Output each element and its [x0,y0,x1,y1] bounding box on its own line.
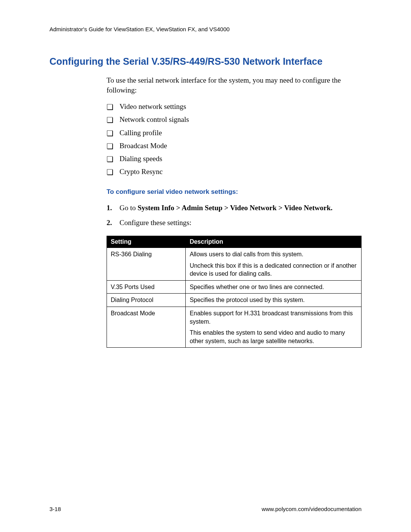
settings-table: Setting Description RS-366 Dialing Allow… [107,236,362,348]
config-checklist: Video network settings Network control s… [107,100,362,178]
checklist-item: Calling profile [107,126,362,139]
page-number: 3-18 [49,506,61,512]
procedure-steps: Go to System Info > Admin Setup > Video … [107,202,362,229]
table-row: V.35 Ports Used Specifies whether one or… [107,280,362,294]
table-row: RS-366 Dialing Allows users to dial call… [107,248,362,281]
intro-paragraph: To use the serial network interface for … [107,75,362,95]
description-paragraph: Uncheck this box if this is a dedicated … [190,262,357,278]
description-paragraph: Specifies whether one or two lines are c… [190,283,357,291]
step-item: Go to System Info > Admin Setup > Video … [107,202,362,214]
description-paragraph: Enables support for H.331 broadcast tran… [190,309,357,326]
table-row: Dialing Protocol Specifies the protocol … [107,294,362,307]
description-cell: Specifies the protocol used by this syst… [186,294,362,307]
setting-cell: Dialing Protocol [107,294,186,307]
description-paragraph: Specifies the protocol used by this syst… [190,296,357,304]
table-header-description: Description [186,236,362,248]
running-header: Administrator's Guide for ViewStation EX… [49,26,362,32]
setting-cell: RS-366 Dialing [107,248,186,281]
checklist-item: Dialing speeds [107,152,362,165]
page: Administrator's Guide for ViewStation EX… [0,0,411,532]
description-cell: Specifies whether one or two lines are c… [186,280,362,294]
checklist-item: Video network settings [107,100,362,113]
step-prefix: Go to [119,204,138,212]
procedure-subheading: To configure serial video network settin… [107,188,362,196]
table-header-row: Setting Description [107,236,362,248]
table-header-setting: Setting [107,236,186,248]
description-paragraph: Allows users to dial calls from this sys… [190,250,357,259]
checklist-item: Crypto Resync [107,165,362,178]
checklist-item: Network control signals [107,113,362,126]
description-cell: Enables support for H.331 broadcast tran… [186,307,362,347]
step-item: Configure these settings: [107,217,362,229]
description-cell: Allows users to dial calls from this sys… [186,248,362,281]
description-paragraph: This enables the system to send video an… [190,329,357,345]
checklist-item: Broadcast Mode [107,139,362,152]
setting-cell: V.35 Ports Used [107,280,186,294]
section-title: Configuring the Serial V.35/RS-449/RS-53… [49,56,362,67]
setting-cell: Broadcast Mode [107,307,186,347]
page-footer: 3-18 www.polycom.com/videodocumentation [49,506,362,512]
body-content: To use the serial network interface for … [107,75,362,348]
table-row: Broadcast Mode Enables support for H.331… [107,307,362,347]
footer-url: www.polycom.com/videodocumentation [261,506,362,512]
step-nav-path: System Info > Admin Setup > Video Networ… [138,204,333,212]
